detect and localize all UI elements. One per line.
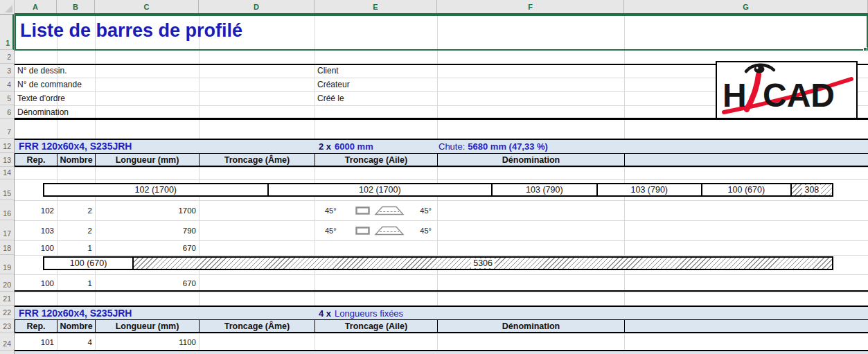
cell-longueur[interactable]: 670	[95, 244, 196, 252]
column-header-f[interactable]: F	[437, 0, 624, 14]
column-header-a[interactable]: A	[15, 0, 57, 14]
cell-rep[interactable]: 100	[15, 244, 54, 252]
row-header-17[interactable]: 17	[0, 220, 14, 240]
select-all-corner[interactable]	[0, 0, 15, 14]
cell-longueur[interactable]: 1700	[95, 206, 196, 215]
header-empty	[625, 320, 868, 332]
table-row[interactable]: 101 4 1100	[15, 333, 868, 351]
row-header-20[interactable]: 20	[0, 274, 14, 292]
cell-longueur[interactable]: 790	[95, 227, 196, 235]
header-troncage-ame[interactable]: Troncage (Âme)	[200, 320, 315, 332]
column-header-e[interactable]: E	[315, 0, 437, 14]
cutting-bar-1: 102 (1700)102 (1700)103 (790)103 (790)10…	[43, 183, 833, 197]
row-header-16[interactable]: 16	[0, 200, 14, 220]
cell-nombre[interactable]: 2	[57, 206, 92, 215]
header-rep[interactable]: Rep.	[15, 320, 57, 332]
gridline	[15, 255, 868, 256]
select-all-corner-icon	[5, 5, 12, 12]
table-row[interactable]: 103 2 790 45° 45°	[15, 220, 868, 240]
cell-nombre[interactable]: 1	[57, 244, 92, 252]
cell-label-ordre[interactable]: Texte d'ordre	[17, 91, 65, 105]
column-header-c[interactable]: C	[95, 0, 199, 14]
row-header-13[interactable]: 13	[0, 153, 14, 167]
row-header-7[interactable]: 7	[0, 119, 14, 139]
cell-nombre[interactable]: 2	[57, 227, 92, 235]
miter-angle-right: 45°	[420, 227, 432, 235]
row-header-3[interactable]: 3	[0, 64, 14, 78]
row-header-22[interactable]: 22	[0, 306, 14, 319]
table-row[interactable]: 102 2 1700 45° 45°	[15, 200, 868, 220]
column-header-d[interactable]: D	[199, 0, 315, 14]
header-rep[interactable]: Rep.	[15, 154, 57, 166]
excel-sheet: ABCDEFG 12345671213141516171819202122232…	[0, 0, 868, 354]
cell-troncage-aile[interactable]: 45° 45°	[315, 220, 437, 240]
cell-label-commande[interactable]: N° de commande	[17, 78, 82, 91]
row-header-18[interactable]: 18	[0, 240, 14, 255]
header-longueur[interactable]: Longueur (mm)	[96, 320, 200, 332]
cell-label-cree-le[interactable]: Créé le	[317, 91, 344, 105]
cell-label-client[interactable]: Client	[317, 64, 339, 78]
column-header-b[interactable]: B	[57, 0, 95, 14]
section1-profile[interactable]: FRR 120x60x4, S235JRH	[19, 140, 132, 153]
bar-segment-label: 102 (1700)	[133, 185, 179, 195]
row-header-6[interactable]: 6	[0, 105, 14, 119]
row-header-15[interactable]: 15	[0, 179, 14, 200]
row-header-1[interactable]: 1	[0, 15, 14, 50]
row-header-12[interactable]: 12	[0, 139, 14, 153]
cell-troncage-aile[interactable]: 45° 45°	[315, 200, 437, 220]
row-header-23[interactable]: 23	[0, 319, 14, 333]
cell-label-denomination[interactable]: Dénomination	[17, 105, 69, 119]
table-row[interactable]: 100 1 670	[15, 240, 868, 255]
section2-profile[interactable]: FRR 120x60x4, S235JRH	[19, 307, 132, 320]
section2-qty-value: Longueurs fixées	[335, 308, 403, 319]
section1-quantity[interactable]: 2 x6000 mm	[319, 140, 373, 153]
profile-section-icon	[355, 227, 370, 235]
cell-nombre[interactable]: 4	[57, 338, 92, 346]
section2-quantity[interactable]: 4 xLongueurs fixées	[319, 307, 403, 320]
cell-label-dessin[interactable]: N° de dessin.	[17, 64, 67, 78]
cell-rep[interactable]: 102	[15, 206, 54, 215]
cell-rep[interactable]: 103	[15, 227, 54, 235]
bar-part-segment: 100 (670)	[44, 258, 132, 269]
header-troncage-aile[interactable]: Troncage (Aile)	[315, 320, 438, 332]
row-header-2[interactable]: 2	[0, 50, 14, 64]
bar-part-segment: 103 (790)	[491, 184, 596, 195]
section1-bottom-border	[15, 290, 868, 292]
row-header-24[interactable]: 24	[0, 333, 14, 351]
column-header-g[interactable]: G	[624, 0, 868, 14]
section1-waste[interactable]: Chute:5680 mm (47,33 %)	[439, 140, 548, 153]
header-nombre[interactable]: Nombre	[57, 320, 96, 332]
bar-segment-label: 100 (670)	[68, 258, 109, 268]
logo-letters-cad: CAD	[763, 77, 835, 114]
header-denomination[interactable]: Dénomination	[438, 154, 625, 166]
cell-rep[interactable]: 100	[15, 279, 54, 287]
gridline	[15, 167, 868, 168]
header-empty	[625, 154, 868, 166]
section1-qty-value: 6000 mm	[335, 141, 373, 152]
header-longueur[interactable]: Longueur (mm)	[96, 154, 200, 166]
page-title[interactable]: Liste de barres de profilé	[20, 20, 242, 42]
logo-letter-h: H	[723, 77, 747, 114]
table-row[interactable]: 100 1 670	[15, 274, 868, 292]
row-header-5[interactable]: 5	[0, 91, 14, 105]
cell-label-createur[interactable]: Créateur	[317, 78, 350, 91]
cell-longueur[interactable]: 1100	[95, 338, 196, 346]
header-denomination[interactable]: Dénomination	[438, 320, 625, 332]
header-troncage-aile[interactable]: Troncage (Aile)	[315, 154, 438, 166]
cell-longueur[interactable]: 670	[95, 279, 196, 287]
bar-segment-label: 103 (790)	[524, 185, 565, 195]
header-troncage-ame[interactable]: Troncage (Âme)	[200, 154, 315, 166]
row-header-4[interactable]: 4	[0, 78, 14, 91]
selection-fill-handle[interactable]	[863, 47, 867, 51]
section2-band: FRR 120x60x4, S235JRH 4 xLongueurs fixée…	[15, 306, 868, 320]
section1-band: FRR 120x60x4, S235JRH 2 x6000 mm Chute:5…	[15, 139, 868, 153]
row-header-19[interactable]: 19	[0, 255, 14, 274]
eye-pupil	[754, 66, 765, 73]
row-header-21[interactable]: 21	[0, 292, 14, 306]
header-nombre[interactable]: Nombre	[57, 154, 96, 166]
waste-value: 5680 mm (47,33 %)	[468, 141, 548, 152]
cell-rep[interactable]: 101	[15, 338, 54, 346]
row-header-14[interactable]: 14	[0, 167, 14, 179]
bar-part-segment: 103 (790)	[596, 184, 701, 195]
cell-nombre[interactable]: 1	[57, 279, 92, 287]
